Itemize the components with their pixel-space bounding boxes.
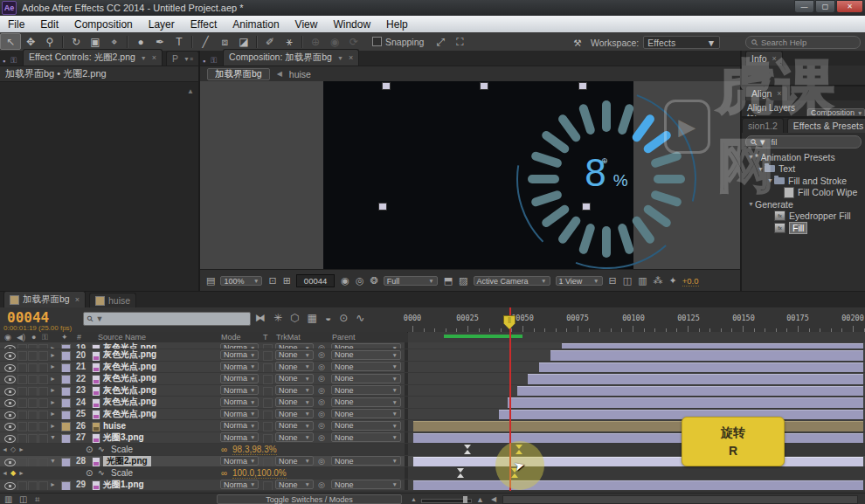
parent-pickwhip-icon[interactable]: ◎ [318,349,325,360]
timeline-layer-row[interactable]: ►23灰色光点.pngNorma▼None▼◎None▼ [0,385,865,397]
trkmat-select[interactable]: None▼ [275,397,314,407]
trkmat-toggle-box[interactable] [263,458,273,467]
close-button[interactable]: ✕ [836,0,863,13]
trkmat-select[interactable]: None▼ [275,421,314,431]
parent-select[interactable]: None▼ [331,385,401,395]
tree-item-fill-and-stroke[interactable]: ▼Fill and Stroke [742,175,865,187]
trkmat-select[interactable]: None▼ [275,385,314,395]
layer-switch-box[interactable] [28,375,38,384]
expander-icon[interactable]: ▼ [50,432,59,443]
expand-transfer-controls-icon[interactable]: ◫ [19,494,27,504]
keyframe-diamond-icon[interactable]: ◆ [10,469,16,477]
menu-help[interactable]: Help [378,17,416,31]
layer-name[interactable]: 灰色光点.png [103,385,156,396]
type-tool[interactable]: T [170,34,189,49]
parent-select[interactable]: None▼ [331,374,401,383]
eye-toggle-icon[interactable] [4,423,16,431]
selection-handle[interactable] [582,203,591,211]
keyframe-prev-icon[interactable]: ◄ [2,446,8,452]
workspace-frame-icon[interactable]: ⛶ [450,34,469,49]
comp-mini-flowchart-icon[interactable]: ⧓ [255,312,266,324]
expander-icon[interactable]: ▼ [50,456,59,466]
layer-switch-box[interactable] [38,411,48,420]
tab-composition[interactable]: Composition: 加载界面bg ▼× [223,49,359,66]
trkmat-toggle-box[interactable] [263,363,273,373]
layer-duration-bar[interactable] [413,457,863,467]
trkmat-toggle-box[interactable] [263,422,273,432]
menu-layer[interactable]: Layer [141,17,183,31]
layer-switch-box[interactable] [17,375,27,384]
trkmat-select[interactable]: None▼ [275,343,314,350]
tree-item-eyedropper-fill[interactable]: fxEyedropper Fill [742,211,865,223]
show-snapshot-icon[interactable]: ◎ [356,275,364,287]
expander-icon[interactable]: ► [50,362,59,372]
workspace-select[interactable]: Effects▼ [643,36,720,49]
expander-icon[interactable]: ▼ [747,154,755,160]
parent-pickwhip-icon[interactable]: ◎ [318,480,325,490]
trkmat-select[interactable]: None▼ [275,432,314,442]
graph-icon[interactable]: ∿ [98,467,105,478]
layer-name[interactable]: huise [103,420,126,431]
graph-editor-icon[interactable]: ∿ [356,312,364,324]
eye-toggle-icon[interactable] [4,352,16,360]
constrain-link-icon[interactable]: ∞ [221,444,227,454]
timeline-layer-row[interactable]: ►22灰色光点.pngNorma▼None▼◎None▼ [0,373,865,385]
safe-areas-icon[interactable]: ⊡ [268,275,276,287]
close-icon[interactable]: × [777,89,781,98]
selection-handle[interactable] [382,82,391,90]
trkmat-select[interactable]: None▼ [275,480,314,489]
layer-switch-box[interactable] [17,351,27,361]
camera-tool[interactable]: ▣ [86,34,105,49]
parent-select[interactable]: None▼ [331,421,401,431]
time-ruler[interactable]: 0000000250005000075001000012500150001750… [408,307,865,333]
keyframe-prev-icon[interactable]: ◄ [2,470,8,476]
menu-view[interactable]: View [287,17,326,31]
parent-select[interactable]: None▼ [331,350,401,360]
timeline-layer-row[interactable]: ►24灰色光点.pngNorma▼None▼◎None▼ [0,397,865,409]
clone-stamp-tool[interactable]: ⧈ [215,34,234,49]
constrain-link-icon[interactable]: ∞ [221,467,227,478]
layer-duration-bar[interactable] [499,410,863,420]
close-icon[interactable]: × [75,295,80,304]
layer-switch-box[interactable] [17,434,27,444]
menu-effect[interactable]: Effect [183,17,225,31]
pan-behind-tool[interactable]: ⌖ [105,34,124,49]
hand-tool[interactable]: ✥ [21,34,40,49]
minimize-button[interactable]: — [794,0,814,13]
parent-select[interactable]: None▼ [331,432,401,442]
menu-composition[interactable]: Composition [66,17,141,31]
trkmat-toggle-box[interactable] [263,398,273,408]
mode-select[interactable]: Norma▼ [220,350,259,360]
close-icon[interactable]: × [152,53,156,62]
layer-switch-box[interactable] [38,375,48,384]
menu-window[interactable]: Window [325,17,378,31]
parent-column-header[interactable]: Parent [332,333,356,342]
layer-switch-box[interactable] [28,434,38,444]
layer-duration-bar[interactable] [508,397,863,408]
tab-project-partial[interactable]: P▼≡ [166,51,199,66]
keyframe-navigator[interactable]: ◄◇► [2,444,24,454]
search-help-input[interactable]: ⚲ Search Help [745,36,861,49]
parent-pickwhip-icon[interactable]: ◎ [318,362,325,372]
layer-name[interactable]: 灰色光点.png [103,409,156,419]
layer-switch-box[interactable] [28,351,38,361]
layer-switch-box[interactable] [28,398,38,408]
flyout-icon[interactable]: ▤ [206,275,215,287]
menu-file[interactable]: File [0,17,32,31]
snapshot-icon[interactable]: ◉ [341,275,349,287]
tab-partial[interactable]: sion1.2 [742,118,784,133]
mode-select[interactable]: Norma▼ [220,362,259,371]
keyframe-marker[interactable] [457,468,464,478]
composition-viewer[interactable]: ⊕ 8% [200,81,740,269]
layer-switch-box[interactable] [28,363,38,373]
crumb-parent-comp[interactable]: huise [289,69,311,79]
layer-duration-bar[interactable] [539,362,863,373]
layer-name[interactable]: 灰色光点.png [103,362,156,372]
crumb-current-comp[interactable]: 加载界面bg [207,68,270,80]
layer-switch-box[interactable] [38,481,48,491]
parent-pickwhip-icon[interactable]: ◎ [318,432,325,443]
trkmat-toggle-box[interactable] [263,434,273,444]
tree-item--animation-presets[interactable]: ▼* Animation Presets [742,151,865,163]
trkmat-column-header[interactable]: TrkMat [276,333,301,342]
layer-name[interactable]: 灰色光点.png [103,373,156,383]
